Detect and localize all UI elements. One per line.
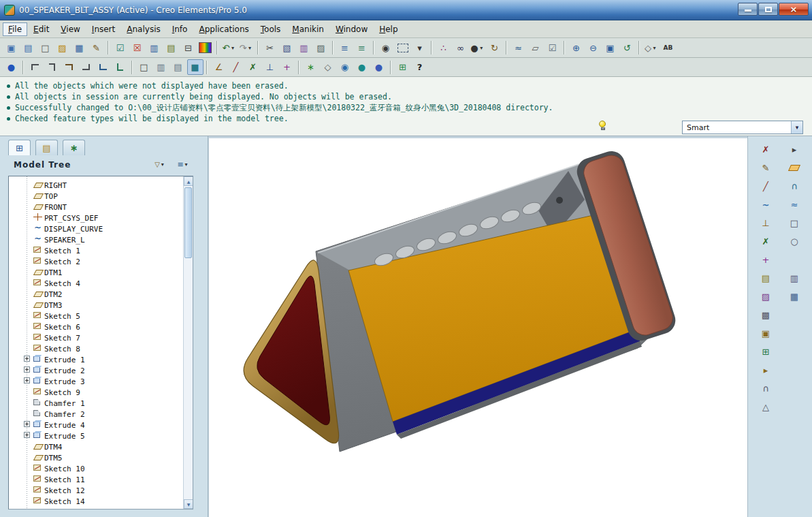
- tree-item[interactable]: Chamfer 2: [9, 408, 183, 419]
- layer-copy-icon[interactable]: ▤: [758, 270, 774, 286]
- tree-item[interactable]: Sketch 1: [9, 245, 183, 255]
- menu-edit[interactable]: Edit: [28, 22, 54, 36]
- graphics-viewport[interactable]: [209, 138, 747, 517]
- rename-icon[interactable]: AB: [660, 40, 677, 56]
- shaded-sphere-icon[interactable]: ●: [470, 40, 486, 56]
- datum-point-tool-icon[interactable]: ✗: [758, 142, 774, 157]
- menu-applications[interactable]: Applications: [193, 22, 254, 36]
- tree-item[interactable]: PRT_CSYS_DEF: [9, 212, 183, 223]
- publish-geom-icon[interactable]: ⊞: [758, 344, 774, 360]
- tree-item[interactable]: DTM5: [9, 452, 183, 463]
- erase-display-icon[interactable]: ☒: [129, 40, 146, 56]
- draft-tool-icon[interactable]: △: [758, 399, 774, 415]
- render-icon[interactable]: ●: [354, 59, 370, 75]
- tree-item[interactable]: Extrude 4: [9, 419, 183, 430]
- tab-model-tree[interactable]: [8, 140, 31, 155]
- title-bar[interactable]: 00_SPEAKER_BLT_ASSY (Active) - Creo Elem…: [0, 0, 812, 20]
- tree-item[interactable]: Extrude 5: [9, 430, 183, 441]
- corner-display-icon-6[interactable]: [112, 59, 129, 75]
- datum-plane-tool-icon[interactable]: [786, 160, 802, 176]
- open-last-session-icon[interactable]: ▤: [20, 40, 37, 56]
- view-glasses-icon[interactable]: ∞: [453, 40, 469, 56]
- save-file-icon[interactable]: ▦: [71, 40, 88, 56]
- flyout-arrow-icon[interactable]: ▸: [786, 142, 802, 157]
- expand-icon[interactable]: [24, 377, 30, 383]
- enhanced-realism-icon[interactable]: ∗: [303, 59, 319, 75]
- zoom-out-icon[interactable]: ⊖: [585, 40, 602, 56]
- tree-settings-button[interactable]: [174, 158, 191, 171]
- combo-arrow-icon[interactable]: [791, 121, 802, 134]
- copy-icon[interactable]: ▧: [279, 40, 295, 56]
- spline-tool-icon[interactable]: ≈: [786, 197, 802, 213]
- context-help-icon[interactable]: ?: [412, 59, 428, 75]
- tree-item[interactable]: Sketch 14: [9, 495, 183, 506]
- corner-display-icon-4[interactable]: [78, 59, 95, 75]
- offset-point-icon[interactable]: +: [758, 252, 774, 268]
- model-info-icon[interactable]: ≡: [354, 40, 370, 56]
- save-copy-icon[interactable]: ✎: [88, 40, 105, 56]
- tree-item[interactable]: Sketch 10: [9, 463, 183, 473]
- datum-point-toggle-icon[interactable]: ✗: [245, 59, 261, 75]
- tree-item[interactable]: Sketch 8: [9, 343, 183, 354]
- tree-item[interactable]: Sketch 11: [9, 473, 183, 484]
- perspective-icon[interactable]: ◇: [320, 59, 336, 75]
- corner-display-icon-1[interactable]: [27, 59, 44, 75]
- cylinder-tool-icon[interactable]: ○: [786, 234, 802, 249]
- mirror-tool-icon[interactable]: ▥: [786, 270, 802, 286]
- tree-item[interactable]: Sketch 7: [9, 332, 183, 343]
- curve-tool-icon[interactable]: ~: [758, 197, 774, 213]
- minimize-button[interactable]: [738, 3, 758, 16]
- point-tool-icon[interactable]: ✗: [758, 234, 774, 249]
- color-appearance-icon[interactable]: [197, 40, 214, 56]
- orient-mode-icon[interactable]: ◇: [643, 40, 660, 56]
- open-file-icon[interactable]: ▨: [54, 40, 71, 56]
- tree-item[interactable]: DISPLAY_CURVE: [9, 223, 183, 234]
- drawing-icon[interactable]: ▱: [527, 40, 544, 56]
- tree-item[interactable]: Chamfer 1: [9, 397, 183, 408]
- tree-item[interactable]: Extrude 2: [9, 364, 183, 375]
- tree-item[interactable]: TOP: [9, 190, 183, 201]
- tree-item[interactable]: Sketch 9: [9, 386, 183, 397]
- tree-item[interactable]: Sketch 6: [9, 321, 183, 332]
- tree-item[interactable]: RIGHT: [9, 179, 183, 190]
- chain-select-icon[interactable]: ∴: [436, 40, 452, 56]
- tree-item[interactable]: DTM3: [9, 299, 183, 310]
- tree-item[interactable]: DTM4: [9, 441, 183, 452]
- spin-pan-icon[interactable]: ↻: [487, 40, 503, 56]
- menu-view[interactable]: View: [55, 22, 85, 36]
- print-icon[interactable]: ⊟: [180, 40, 197, 56]
- corner-display-icon-5[interactable]: [95, 59, 112, 75]
- expand-icon[interactable]: [24, 356, 30, 362]
- expand-icon[interactable]: [24, 432, 30, 438]
- corner-display-icon-2[interactable]: [44, 59, 61, 75]
- tree-structure-icon[interactable]: ⊞: [395, 59, 411, 75]
- browser-icon[interactable]: ◉: [337, 59, 353, 75]
- select-working-dir-icon[interactable]: ▣: [3, 40, 20, 56]
- tree-item[interactable]: Sketch 5: [9, 310, 183, 321]
- shaded-icon[interactable]: ■: [187, 59, 204, 75]
- rect-tool-icon[interactable]: □: [786, 215, 802, 231]
- tree-item[interactable]: Sketch 4: [9, 277, 183, 288]
- menu-tools[interactable]: Tools: [255, 22, 287, 36]
- sketch-tool-icon[interactable]: ✎: [758, 160, 774, 176]
- tree-item[interactable]: DTM1: [9, 266, 183, 277]
- scroll-down-icon[interactable]: [184, 499, 193, 509]
- paste-icon[interactable]: ▥: [296, 40, 312, 56]
- paste-special-icon[interactable]: ▨: [313, 40, 329, 56]
- csys-tool-icon[interactable]: ⊥: [758, 215, 774, 231]
- stack-tool-icon[interactable]: ▩: [758, 307, 774, 323]
- expand-icon[interactable]: [24, 421, 30, 427]
- datum-axis-tool-icon[interactable]: ╱: [758, 178, 774, 194]
- menu-analysis[interactable]: Analysis: [121, 22, 165, 36]
- round-tool-icon[interactable]: ∩: [758, 381, 774, 396]
- find-icon[interactable]: ◉: [378, 40, 394, 56]
- undo-icon[interactable]: ↶: [221, 40, 238, 56]
- tree-item[interactable]: Sketch 12: [9, 484, 183, 495]
- csys-toggle-icon[interactable]: ⊥: [262, 59, 278, 75]
- arc-tool-icon[interactable]: ∩: [786, 178, 802, 194]
- menu-file[interactable]: File: [3, 22, 27, 36]
- tree-item[interactable]: Extrude 1: [9, 354, 183, 364]
- menu-window[interactable]: Window: [330, 22, 373, 36]
- annotate-icon[interactable]: ☑: [545, 40, 561, 56]
- menu-insert[interactable]: Insert: [86, 22, 120, 36]
